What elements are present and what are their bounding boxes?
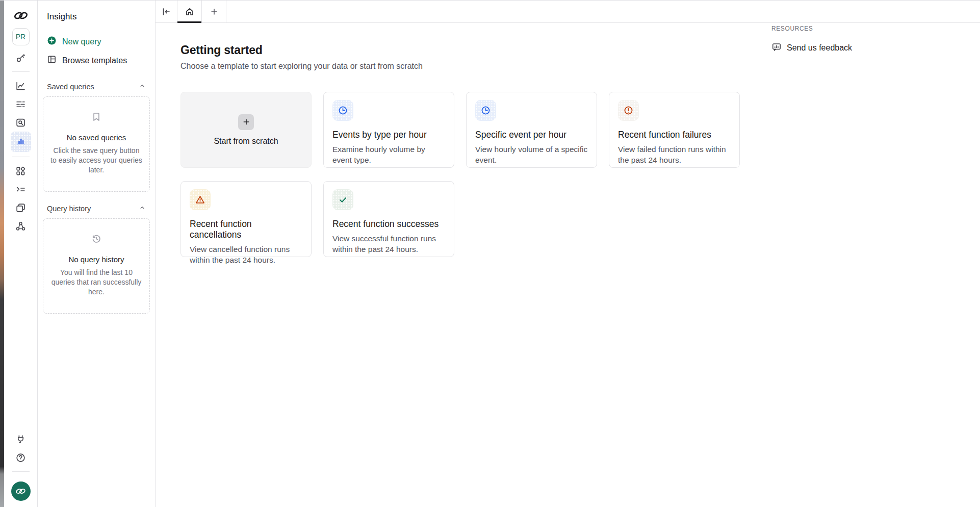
plus-icon	[238, 114, 254, 130]
rail-divider	[12, 157, 30, 157]
card-title: Specific event per hour	[475, 130, 588, 140]
chevron-up-icon	[139, 82, 146, 91]
resources-panel: RESOURCES Send us feedback	[771, 25, 852, 54]
dashed-list-icon[interactable]	[11, 95, 31, 113]
card-desc: Examine hourly volume by event type.	[332, 144, 445, 165]
help-icon[interactable]	[11, 448, 31, 467]
card-title: Recent function failures	[618, 130, 731, 140]
new-tab-button[interactable]	[202, 1, 226, 22]
card-specific-event[interactable]: Specific event per hour View hourly volu…	[466, 92, 597, 168]
warning-triangle-icon	[190, 189, 211, 210]
line-chart-icon[interactable]	[11, 77, 31, 95]
rail-divider	[12, 471, 30, 472]
plug-icon[interactable]	[11, 430, 31, 448]
rail-divider	[12, 71, 30, 72]
sidebar-title: Insights	[47, 12, 146, 22]
card-title: Events by type per hour	[332, 130, 445, 140]
query-history-empty-desc: You will find the last 10 queries that r…	[50, 268, 143, 297]
browse-templates-button[interactable]: Browse templates	[42, 51, 150, 70]
bar-chart-icon-insights[interactable]	[11, 132, 31, 152]
query-history-section-header[interactable]: Query history	[47, 204, 146, 213]
saved-queries-empty-desc: Click the save query button to easily ac…	[50, 146, 143, 175]
chevron-up-icon	[139, 204, 146, 213]
key-icon[interactable]	[11, 48, 31, 67]
page-title: Getting started	[180, 43, 980, 57]
alert-circle-icon	[618, 100, 639, 121]
getting-started-content: Getting started Choose a template to sta…	[156, 23, 980, 257]
saved-queries-empty-state: No saved queries Click the save query bu…	[43, 96, 150, 192]
bookmark-icon	[91, 115, 102, 124]
clock-icon	[332, 100, 353, 121]
card-title: Recent function cancellations	[190, 219, 302, 240]
template-panel-icon	[47, 55, 57, 66]
apps-grid-icon[interactable]	[11, 162, 31, 180]
card-function-failures[interactable]: Recent function failures View failed fun…	[609, 92, 740, 168]
collapse-sidebar-button[interactable]	[156, 1, 177, 22]
resources-title: RESOURCES	[771, 25, 852, 32]
card-desc: View hourly volume of a specific event.	[475, 144, 588, 165]
plus-circle-icon	[47, 36, 57, 47]
user-avatar[interactable]	[11, 481, 31, 501]
query-history-empty-title: No query history	[50, 255, 143, 264]
browse-templates-label: Browse templates	[62, 56, 127, 65]
history-clock-icon	[91, 237, 102, 246]
template-cards-grid: Start from scratch Events by type per ho…	[180, 92, 980, 257]
new-query-label: New query	[62, 37, 101, 46]
card-desc: View failed function runs within the pas…	[618, 144, 731, 165]
card-desc: View cancelled function runs within the …	[190, 244, 302, 265]
feedback-bubble-icon	[771, 42, 782, 54]
page-subtitle: Choose a template to start exploring you…	[180, 62, 980, 71]
card-title: Recent function successes	[332, 219, 445, 230]
icon-rail: PR	[4, 1, 38, 507]
card-title: Start from scratch	[214, 137, 278, 146]
environment-avatar[interactable]: PR	[12, 28, 30, 45]
inngest-logo[interactable]	[11, 8, 31, 23]
tab-home[interactable]	[177, 1, 201, 22]
search-box-icon[interactable]	[11, 113, 31, 132]
saved-queries-empty-title: No saved queries	[50, 133, 143, 142]
indent-list-icon[interactable]	[11, 180, 31, 198]
card-start-from-scratch[interactable]: Start from scratch	[180, 92, 312, 168]
query-history-title: Query history	[47, 205, 91, 213]
card-desc: View successful function runs within the…	[332, 233, 445, 255]
send-feedback-link[interactable]: Send us feedback	[771, 42, 852, 54]
app-window: PR	[0, 0, 980, 507]
card-events-by-type[interactable]: Events by type per hour Examine hourly v…	[323, 92, 454, 168]
check-icon	[332, 189, 353, 210]
new-query-button[interactable]: New query	[42, 32, 150, 51]
tab-divider	[226, 1, 226, 22]
card-function-successes[interactable]: Recent function successes View successfu…	[323, 181, 454, 257]
tab-bar	[156, 1, 980, 23]
windows-icon[interactable]	[11, 198, 31, 217]
main-area: Getting started Choose a template to sta…	[156, 1, 980, 507]
insights-sidebar: Insights New query Browse templates Save…	[38, 1, 156, 507]
send-feedback-label: Send us feedback	[787, 43, 852, 53]
saved-queries-section-header[interactable]: Saved queries	[47, 82, 146, 91]
background-window-sliver	[0, 1, 4, 507]
query-history-empty-state: No query history You will find the last …	[43, 218, 150, 314]
webhook-icon[interactable]	[11, 217, 31, 235]
saved-queries-title: Saved queries	[47, 83, 94, 91]
card-function-cancellations[interactable]: Recent function cancellations View cance…	[180, 181, 312, 257]
clock-icon	[475, 100, 496, 121]
